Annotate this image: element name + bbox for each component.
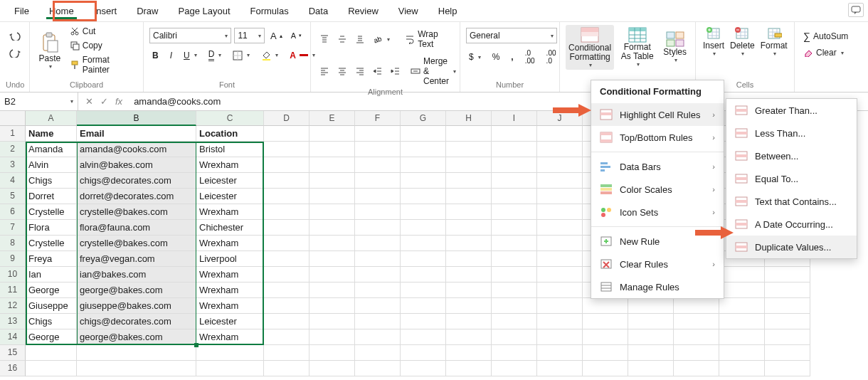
cell[interactable] — [628, 298, 674, 314]
tab-page-layout[interactable]: Page Layout — [169, 1, 240, 21]
menu-item-less-than-[interactable]: Less Than... — [726, 122, 857, 144]
cell[interactable] — [264, 126, 309, 142]
cell[interactable] — [355, 283, 401, 298]
align-middle-button[interactable] — [334, 33, 350, 46]
cell[interactable] — [401, 220, 446, 236]
cell[interactable] — [765, 345, 810, 361]
cell[interactable]: alvin@bakes.com — [77, 157, 196, 173]
align-top-button[interactable] — [317, 33, 332, 46]
cell[interactable]: dorret@decorates.com — [77, 189, 196, 204]
menu-item-clear-rules[interactable]: Clear Rules› — [591, 253, 724, 275]
cell[interactable] — [537, 345, 583, 361]
cell[interactable] — [492, 345, 537, 361]
increase-font-button[interactable]: A▴ — [268, 29, 285, 43]
merge-center-button[interactable]: Merge & Center▾ — [408, 55, 459, 88]
cell[interactable] — [355, 267, 401, 283]
cell[interactable] — [264, 345, 309, 361]
cell[interactable]: Wrexham — [196, 298, 264, 314]
row-header-12[interactable]: 12 — [0, 298, 26, 314]
cell[interactable] — [309, 314, 355, 329]
cell[interactable] — [355, 157, 401, 173]
column-header-H[interactable]: H — [446, 111, 492, 126]
cell[interactable]: Leicester — [196, 189, 264, 204]
cell[interactable] — [355, 220, 401, 236]
tab-formulas[interactable]: Formulas — [240, 1, 299, 21]
cell[interactable]: George — [26, 283, 77, 298]
column-header-B[interactable]: B — [77, 111, 196, 126]
cell[interactable] — [492, 314, 537, 329]
cell[interactable] — [309, 267, 355, 283]
cell[interactable] — [492, 283, 537, 298]
cell[interactable] — [309, 173, 355, 189]
cell[interactable] — [355, 126, 401, 142]
cell[interactable] — [26, 345, 77, 361]
row-header-14[interactable]: 14 — [0, 329, 26, 345]
row-header-10[interactable]: 10 — [0, 267, 26, 283]
row-header-7[interactable]: 7 — [0, 220, 26, 236]
cell[interactable] — [355, 345, 401, 361]
cell[interactable]: Email — [77, 126, 196, 142]
cell[interactable] — [264, 236, 309, 251]
delete-cells-button[interactable]: Delete▾ — [729, 25, 756, 58]
cell[interactable] — [401, 298, 446, 314]
cell[interactable] — [537, 204, 583, 220]
cell[interactable] — [446, 157, 492, 173]
underline-button[interactable]: U▾ — [181, 49, 200, 62]
cell[interactable] — [583, 314, 628, 329]
cell[interactable] — [492, 204, 537, 220]
cell[interactable] — [583, 329, 628, 345]
cell[interactable] — [264, 283, 309, 298]
cell[interactable] — [719, 298, 765, 314]
cell[interactable] — [492, 157, 537, 173]
row-header-4[interactable]: 4 — [0, 173, 26, 189]
cell[interactable] — [401, 251, 446, 267]
cell[interactable] — [628, 314, 674, 329]
menu-item-icon-sets[interactable]: Icon Sets› — [591, 201, 724, 223]
cell[interactable] — [537, 189, 583, 204]
cell[interactable]: Dorret — [26, 189, 77, 204]
cell[interactable]: Flora — [26, 220, 77, 236]
cell[interactable] — [537, 157, 583, 173]
cell[interactable] — [401, 204, 446, 220]
row-header-1[interactable]: 1 — [0, 126, 26, 142]
tab-review[interactable]: Review — [338, 1, 388, 21]
decrease-font-button[interactable]: A▾ — [288, 30, 305, 41]
cell[interactable]: Amanda — [26, 142, 77, 157]
cell[interactable] — [196, 345, 264, 361]
cell[interactable] — [401, 189, 446, 204]
cancel-formula-button[interactable]: ✕ — [85, 96, 93, 107]
cell[interactable] — [355, 142, 401, 157]
cell[interactable] — [77, 361, 196, 376]
cell[interactable] — [537, 314, 583, 329]
paste-button[interactable]: Paste ▾ — [36, 31, 64, 71]
number-format-combo[interactable]: General▾ — [466, 28, 557, 43]
cell[interactable] — [765, 329, 810, 345]
format-as-table-button[interactable]: Format As Table▾ — [617, 26, 657, 69]
cell[interactable] — [492, 142, 537, 157]
tab-insert[interactable]: Insert — [84, 1, 127, 21]
cell[interactable] — [446, 173, 492, 189]
cell[interactable] — [674, 345, 719, 361]
menu-item-duplicate-values-[interactable]: Duplicate Values... — [726, 236, 857, 258]
cell[interactable] — [446, 189, 492, 204]
cell[interactable] — [492, 220, 537, 236]
cell[interactable] — [537, 126, 583, 142]
menu-item-text-that-contains-[interactable]: Text that Contains... — [726, 190, 857, 213]
cell[interactable] — [401, 142, 446, 157]
row-header-13[interactable]: 13 — [0, 314, 26, 329]
cell[interactable] — [492, 173, 537, 189]
column-header-G[interactable]: G — [401, 111, 446, 126]
cell[interactable] — [446, 329, 492, 345]
menu-item-equal-to-[interactable]: Equal To... — [726, 167, 857, 190]
clear-button[interactable]: Clear▾ — [800, 46, 862, 59]
cell[interactable]: Crystelle — [26, 204, 77, 220]
cell[interactable]: chigs@decorates.com — [77, 314, 196, 329]
cell[interactable]: Giuseppe — [26, 298, 77, 314]
cell[interactable] — [765, 267, 810, 283]
cell[interactable] — [446, 236, 492, 251]
row-header-11[interactable]: 11 — [0, 283, 26, 298]
cell[interactable]: Wrexham — [196, 236, 264, 251]
cell[interactable] — [355, 298, 401, 314]
double-underline-button[interactable]: D▾ — [206, 48, 225, 63]
percent-button[interactable]: % — [489, 51, 503, 63]
